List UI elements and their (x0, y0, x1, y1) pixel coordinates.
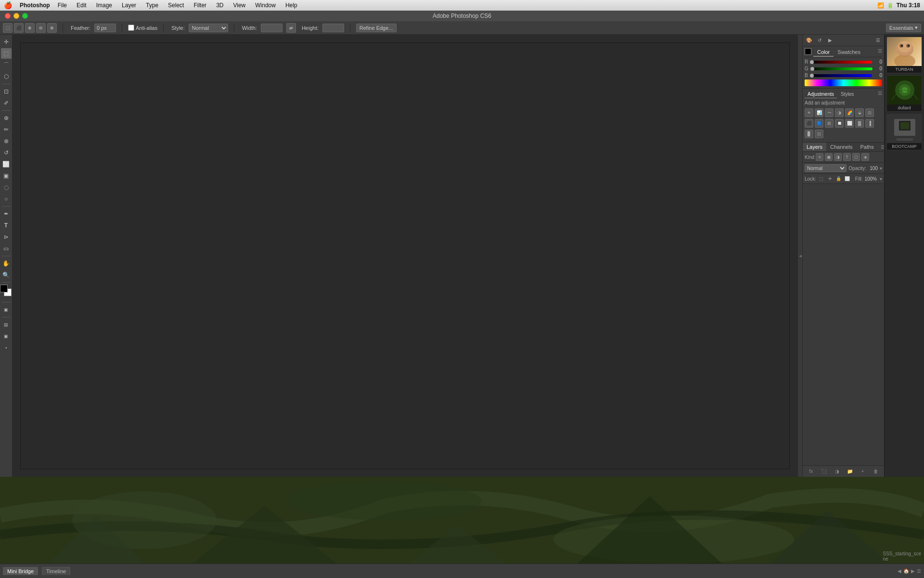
layer-shape-filter-icon[interactable]: ⬡ (852, 153, 860, 161)
anti-alias-checkbox[interactable] (128, 25, 134, 31)
menu-layer[interactable]: Layer (120, 1, 138, 10)
color-panel-menu[interactable]: ☰ (878, 48, 882, 57)
create-adjustment-layer-btn[interactable]: ◑ (833, 468, 841, 475)
move-tool[interactable]: ✛ (1, 37, 12, 47)
mini-bridge-tab[interactable]: Mini Bridge (3, 567, 38, 575)
refine-edge-button[interactable]: Refine Edge... (356, 24, 397, 32)
hand-tool[interactable]: ✋ (1, 258, 12, 269)
lock-all-btn[interactable]: 🔒 (835, 175, 842, 182)
apple-menu[interactable]: 🍎 (4, 1, 12, 9)
bootcamp-card[interactable]: BOOTCAMP (886, 114, 922, 150)
menu-file[interactable]: File (56, 1, 69, 10)
lock-position-btn[interactable]: ✛ (827, 175, 834, 182)
menu-image[interactable]: Image (94, 1, 114, 10)
selection-type-btn-3[interactable]: ⊕ (25, 23, 35, 33)
rectangle-tool[interactable]: ▭ (1, 243, 12, 254)
panel-history-icon[interactable]: ↺ (815, 36, 824, 45)
timeline-tab[interactable]: Timeline (42, 567, 70, 575)
width-input[interactable] (261, 24, 282, 32)
gradient-map-icon[interactable]: ▊ (805, 130, 813, 138)
fill-menu-icon[interactable]: ▾ (880, 176, 882, 182)
layer-adjustment-filter-icon[interactable]: ◑ (834, 153, 842, 161)
selection-type-btn-5[interactable]: ⊗ (47, 23, 57, 33)
turban-card[interactable]: TURBAN (886, 37, 922, 73)
layers-tab[interactable]: Layers (803, 143, 826, 151)
history-brush-tool[interactable]: ↺ (1, 147, 12, 158)
add-layer-mask-btn[interactable]: ⬛ (820, 468, 828, 475)
layer-smart-filter-icon[interactable]: ◈ (861, 153, 869, 161)
screen-mode-btn-1[interactable]: ▤ (1, 319, 12, 330)
invert-icon[interactable]: ⬜ (845, 119, 854, 128)
menu-filter[interactable]: Filter (192, 1, 208, 10)
dodge-tool[interactable]: ○ (1, 194, 12, 204)
menu-edit[interactable]: Edit (75, 1, 89, 10)
layer-pixel-filter-icon[interactable]: ▣ (825, 153, 833, 161)
create-layer-group-btn[interactable]: 📁 (846, 468, 854, 475)
zoom-tool[interactable]: 🔍 (1, 270, 12, 280)
paths-tab[interactable]: Paths (857, 143, 878, 151)
brush-tool[interactable]: ✏ (1, 124, 12, 135)
threshold-icon[interactable]: ▐ (865, 119, 874, 128)
add-layer-style-btn[interactable]: fx (807, 468, 815, 475)
eraser-tool[interactable]: ⬜ (1, 159, 12, 170)
clone-stamp-tool[interactable]: ⊗ (1, 136, 12, 146)
swatches-tab[interactable]: Swatches (834, 48, 864, 57)
feather-input[interactable] (94, 24, 116, 32)
fg-bg-swatch[interactable] (805, 48, 811, 55)
adjustments-tab[interactable]: Adjustments (805, 91, 837, 98)
adjustments-panel-menu[interactable]: ☰ (878, 91, 882, 98)
levels-icon[interactable]: 📊 (815, 108, 823, 117)
menu-3d[interactable]: 3D (214, 1, 225, 10)
create-new-layer-btn[interactable]: + (859, 468, 867, 475)
bottom-nav-up[interactable]: 🏠 (903, 568, 909, 574)
bottom-panel-menu[interactable]: ☰ (917, 568, 921, 574)
swap-dimensions-icon[interactable]: ⇌ (286, 23, 296, 33)
delete-layer-btn[interactable]: 🗑 (872, 468, 880, 475)
color-lookup-icon[interactable]: 🔲 (835, 119, 844, 128)
selection-type-btn-2[interactable]: ⬛ (14, 23, 24, 33)
posterize-icon[interactable]: ▓ (855, 119, 864, 128)
blend-mode-select[interactable]: Normal Dissolve Multiply Screen Overlay (805, 164, 847, 172)
r-slider[interactable] (810, 61, 872, 64)
eyedropper-tool[interactable]: ✐ (1, 98, 12, 108)
b-slider[interactable] (810, 74, 872, 77)
styles-tab[interactable]: Styles (838, 91, 857, 98)
vibrance-icon[interactable]: 🌈 (845, 108, 854, 117)
dullard-card[interactable]: dullard (886, 75, 922, 112)
menu-type[interactable]: Type (144, 1, 160, 10)
canvas-area[interactable] (13, 35, 797, 477)
lock-artboard-btn[interactable]: ⬜ (844, 175, 851, 182)
close-button[interactable] (5, 13, 11, 19)
black-white-icon[interactable]: ⬛ (805, 119, 813, 128)
pen-tool[interactable]: ✒ (1, 209, 12, 219)
quick-mask-tool[interactable]: ▣ (1, 304, 12, 315)
marquee-tool[interactable]: ⬚ (1, 48, 12, 59)
blur-tool[interactable]: ◌ (1, 182, 12, 193)
selective-color-icon[interactable]: ⊡ (815, 130, 823, 138)
color-spectrum[interactable] (805, 79, 882, 86)
bottom-nav-next[interactable]: ▶ (911, 568, 915, 574)
menu-view[interactable]: View (231, 1, 247, 10)
path-selection-tool[interactable]: ⊳ (1, 232, 12, 242)
minimize-button[interactable] (13, 13, 19, 19)
crop-tool[interactable]: ⊡ (1, 86, 12, 97)
menu-select[interactable]: Select (166, 1, 186, 10)
healing-brush-tool[interactable]: ⊕ (1, 113, 12, 123)
color-balance-icon[interactable]: ⚖ (865, 108, 874, 117)
channel-mixer-icon[interactable]: ⊞ (825, 119, 834, 128)
panel-collapse-strip[interactable]: ◀ (797, 35, 802, 477)
layer-kind-filter-icon[interactable]: ≡ (816, 153, 823, 161)
color-tab[interactable]: Color (813, 48, 834, 57)
photo-filter-icon[interactable]: 🔵 (815, 119, 823, 128)
channels-tab[interactable]: Channels (826, 143, 856, 151)
lasso-tool[interactable]: ⌒ (1, 60, 12, 70)
panel-menu-icon[interactable]: ☰ (873, 36, 882, 45)
layer-type-filter-icon[interactable]: T (843, 153, 851, 161)
screen-mode-btn-3[interactable]: ▪ (1, 342, 12, 353)
essentials-button[interactable]: Essentials ▾ (886, 24, 921, 32)
type-tool[interactable]: T (1, 220, 12, 231)
panel-color-icon[interactable]: 🎨 (805, 36, 813, 45)
gradient-tool[interactable]: ▣ (1, 171, 12, 181)
bottom-nav-prev[interactable]: ◀ (898, 568, 901, 574)
g-slider[interactable] (810, 67, 873, 70)
